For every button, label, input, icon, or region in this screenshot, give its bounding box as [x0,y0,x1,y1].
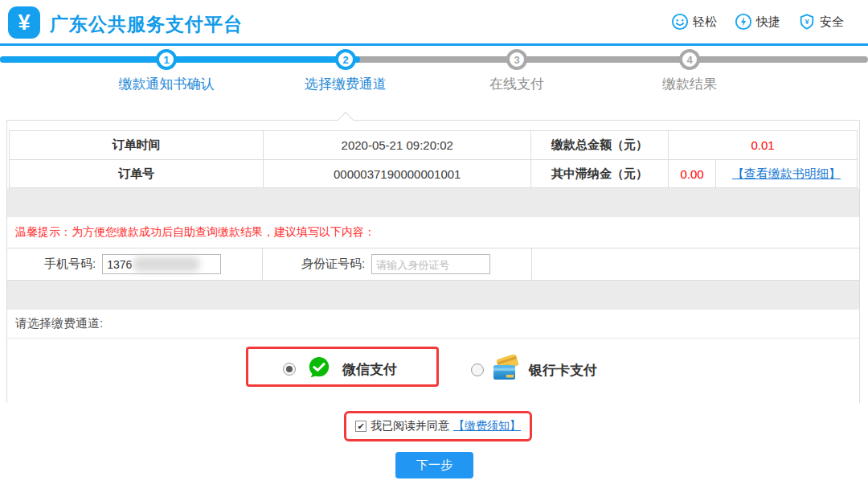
wechat-pay-icon [307,355,331,383]
step-circle-2: 2 [335,49,356,70]
step-circle-4: 4 [679,49,700,70]
svg-text:¥: ¥ [805,18,809,26]
bank-card-icon [491,355,522,385]
badge-easy: 轻松 [671,13,717,31]
phone-label: 手机号码: [44,257,96,272]
contact-form-row: 手机号码: 身份证号码: [7,248,859,281]
phone-input-wrap [102,254,221,274]
main-panel: 订单时间 2020-05-21 09:20:02 缴款总金额（元） 0.01 订… [6,120,860,403]
smiley-icon [671,13,689,31]
bank-card-option[interactable]: 银行卡支付 [471,355,597,385]
shield-yen-icon: ¥ [798,13,816,31]
order-number-label: 订单号 [10,160,264,187]
table-row: 订单时间 2020-05-21 09:20:02 缴款总金额（元） 0.01 [10,131,857,159]
id-card-label: 身份证号码: [301,257,365,272]
warm-notice-text: 温馨提示：为方便您缴款成功后自助查询缴款结果，建议填写以下内容： [15,225,375,240]
order-time-value: 2020-05-21 09:20:02 [264,131,531,159]
payment-notice-link[interactable]: 【缴费须知】 [453,419,521,433]
order-table: 订单时间 2020-05-21 09:20:02 缴款总金额（元） 0.01 订… [9,130,858,188]
id-card-cell: 身份证号码: [263,248,532,280]
total-amount-value: 0.01 [669,131,857,159]
phone-cell: 手机号码: [7,248,263,280]
wechat-radio[interactable] [283,363,296,376]
panel-notch [338,112,354,128]
spacer-band [7,188,859,217]
order-time-label: 订单时间 [10,131,264,159]
wechat-pay-option[interactable]: 微信支付 [283,355,397,383]
page-title: 广东公共服务支付平台 [50,12,243,37]
total-amount-label: 缴款总金额（元） [531,131,669,159]
agreement-text: 我已阅读并同意 [371,419,449,433]
badge-safe: ¥ 安全 [798,13,844,31]
step-label-payment-result: 缴款结果 [609,75,770,93]
late-fee-value: 0.00 [669,160,716,187]
detail-link-cell: 【查看缴款书明细】 [716,160,857,187]
id-card-input[interactable] [371,254,490,274]
order-number-value: 0000037190000001001 [264,160,531,187]
next-step-button[interactable]: 下一步 [395,452,473,478]
step-circle-3: 3 [506,49,527,70]
spacer-band [7,281,859,310]
step-label-confirm-notice: 缴款通知书确认 [86,75,247,93]
agreement-checkbox[interactable]: ✔ [355,421,366,432]
channel-section-row: 请选择缴费通道: [7,310,859,339]
badge-fast-label: 快捷 [756,14,780,30]
wechat-pay-label: 微信支付 [342,360,397,379]
warm-notice-row: 温馨提示：为方便您缴款成功后自助查询缴款结果，建议填写以下内容： [7,217,859,248]
channel-section-label: 请选择缴费通道: [15,316,103,331]
payment-options-row: 微信支付 银行卡支付 [7,339,859,403]
badge-fast: 快捷 [735,13,780,31]
yuan-logo-icon: ¥ [8,6,40,39]
bank-card-pay-label: 银行卡支付 [529,361,597,380]
header-badges: 轻松 快捷 ¥ 安全 [671,13,844,31]
bank-card-radio[interactable] [471,363,484,376]
late-fee-label: 其中滞纳金（元） [531,160,669,187]
view-bill-detail-link[interactable]: 【查看缴款书明细】 [732,166,841,182]
table-row: 订单号 0000037190000001001 其中滞纳金（元） 0.00 【查… [10,159,857,187]
header: ¥ 广东公共服务支付平台 轻松 快捷 ¥ 安全 [0,0,868,46]
agreement-highlight-box: ✔ 我已阅读并同意 【缴费须知】 [344,411,532,441]
badge-safe-label: 安全 [820,14,844,30]
badge-easy-label: 轻松 [693,14,717,30]
step-circle-1: 1 [156,49,177,70]
step-label-online-pay: 在线支付 [436,75,597,93]
lightning-icon [735,13,752,31]
phone-input[interactable] [102,254,221,274]
empty-cell [532,248,859,280]
step-label-select-channel: 选择缴费通道 [265,75,426,93]
stepper-progress [0,56,360,63]
